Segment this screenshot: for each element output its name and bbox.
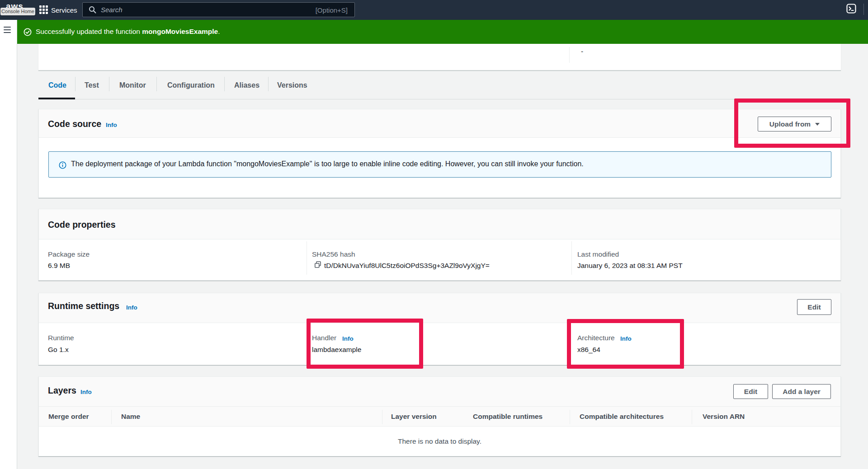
table-column-divider xyxy=(382,410,382,424)
tab-monitor[interactable]: Monitor xyxy=(119,81,146,89)
layers-edit-button[interactable]: Edit xyxy=(733,384,768,399)
overview-column-divider xyxy=(569,47,570,63)
cloudshell-icon[interactable] xyxy=(846,4,856,14)
runtime-value: Go 1.x xyxy=(48,346,69,354)
function-overview-card-bottom: - xyxy=(38,44,841,70)
search-icon xyxy=(89,6,97,14)
runtime-settings-info-link[interactable]: Info xyxy=(126,304,137,311)
services-grid-icon[interactable] xyxy=(39,5,48,14)
tab-configuration[interactable]: Configuration xyxy=(167,81,215,89)
col-merge-order[interactable]: Merge order xyxy=(48,413,89,421)
sha256-value: tD/DkNUvaYiuf8UlC5tz6oiOPdS3Sg+3AZl9oVyX… xyxy=(324,262,490,270)
empty-table-message: There is no data to display. xyxy=(39,437,840,446)
tab-separator xyxy=(224,77,225,91)
topbar-separator xyxy=(863,4,864,15)
collapsed-side-navigation xyxy=(0,20,17,469)
top-navigation-bar: aws Services Search [Option+S] Console H… xyxy=(0,0,868,20)
code-properties-header xyxy=(39,209,840,239)
search-input[interactable]: Search [Option+S] xyxy=(82,2,355,17)
overview-empty-value: - xyxy=(581,47,583,56)
menu-hamburger-icon[interactable] xyxy=(4,27,11,34)
code-source-info-link[interactable]: Info xyxy=(106,122,117,128)
runtime-edit-button[interactable]: Edit xyxy=(797,299,831,315)
last-modified-label: Last modified xyxy=(577,250,619,258)
col-layer-version[interactable]: Layer version xyxy=(391,413,437,421)
code-source-title: Code source xyxy=(48,119,101,129)
active-tab-underline xyxy=(38,98,75,99)
package-size-label: Package size xyxy=(48,250,90,258)
tab-test[interactable]: Test xyxy=(85,81,99,89)
table-column-divider xyxy=(111,410,112,424)
col-name[interactable]: Name xyxy=(121,413,140,421)
col-compatible-runtimes[interactable]: Compatible runtimes xyxy=(473,413,542,421)
tab-separator xyxy=(268,77,269,91)
table-column-divider xyxy=(692,410,692,424)
annotation-box-handler xyxy=(307,319,423,369)
success-flashbar: Successfully updated the function mongoM… xyxy=(17,20,868,44)
package-too-large-alert: The deployment package of your Lambda fu… xyxy=(48,151,831,178)
tab-aliases[interactable]: Aliases xyxy=(234,81,259,89)
col-version-arn[interactable]: Version ARN xyxy=(703,413,745,421)
annotation-box-upload-from xyxy=(734,98,850,148)
layers-info-link[interactable]: Info xyxy=(80,389,92,395)
services-menu[interactable]: Services xyxy=(51,6,77,14)
runtime-settings-card: Runtime settings Info Edit Runtime Go 1.… xyxy=(38,293,841,365)
console-home-tooltip: Console Home xyxy=(0,8,35,15)
column-divider xyxy=(571,241,572,275)
code-source-card: Code source Info Upload from The deploym… xyxy=(38,109,841,198)
flash-message: Successfully updated the function mongoM… xyxy=(36,28,220,36)
runtime-settings-title: Runtime settings xyxy=(48,301,119,311)
runtime-label: Runtime xyxy=(48,334,74,342)
col-compatible-architectures[interactable]: Compatible architectures xyxy=(580,413,664,421)
column-divider xyxy=(307,241,307,275)
package-size-value: 6.9 MB xyxy=(48,262,70,270)
code-source-header xyxy=(39,109,840,138)
code-properties-title: Code properties xyxy=(48,220,116,230)
last-modified-value: January 6, 2023 at 08:31 AM PST xyxy=(577,262,683,270)
layers-card: Layers Info Edit Add a layer Merge order… xyxy=(38,376,841,456)
runtime-settings-header xyxy=(39,293,840,323)
annotation-box-architecture xyxy=(567,319,684,369)
copy-icon[interactable] xyxy=(314,261,321,268)
tab-separator xyxy=(156,77,157,91)
code-properties-card: Code properties Package size 6.9 MB SHA2… xyxy=(38,209,841,281)
search-placeholder: Search xyxy=(101,6,123,14)
alert-message: The deployment package of your Lambda fu… xyxy=(71,160,584,168)
tab-separator xyxy=(75,77,75,91)
layers-title: Layers xyxy=(48,385,76,396)
layers-header xyxy=(39,377,840,407)
sha256-label: SHA256 hash xyxy=(312,250,355,258)
tab-code[interactable]: Code xyxy=(48,81,66,89)
tab-separator xyxy=(109,77,109,91)
info-circle-icon xyxy=(59,161,66,169)
tabs-bottom-border xyxy=(38,99,841,99)
table-column-divider xyxy=(570,410,570,424)
search-shortcut: [Option+S] xyxy=(316,6,348,14)
add-layer-button[interactable]: Add a layer xyxy=(772,384,831,399)
tab-versions[interactable]: Versions xyxy=(277,81,307,89)
success-check-icon xyxy=(24,28,32,36)
